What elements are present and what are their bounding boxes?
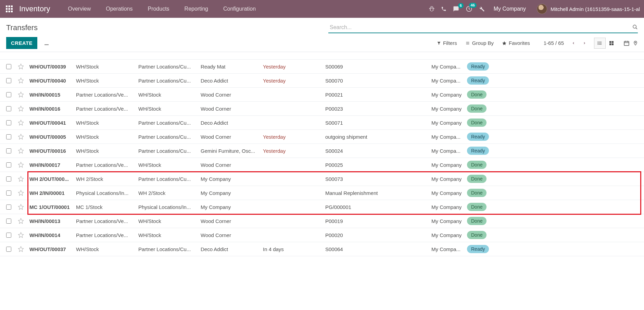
star-icon[interactable] (18, 120, 29, 126)
star-icon[interactable] (18, 246, 29, 252)
activities-icon[interactable]: 46 (466, 5, 472, 12)
menu-configuration[interactable]: Configuration (216, 0, 263, 18)
menu-operations[interactable]: Operations (98, 0, 140, 18)
table-row[interactable]: WH/OUT/00040WH/StockPartner Locations/Cu… (0, 74, 644, 88)
cell-company: My Company (431, 120, 467, 126)
svg-rect-25 (624, 41, 629, 45)
table-row[interactable]: WH/OUT/00016WH/StockPartner Locations/Cu… (0, 144, 644, 158)
row-checkbox[interactable] (6, 134, 18, 139)
table-row[interactable]: WH/IN/00017Partner Locations/Ve...WH/Sto… (0, 158, 644, 172)
star-icon[interactable] (18, 176, 29, 182)
star-icon[interactable] (18, 204, 29, 210)
cell-contact: My Company (201, 204, 263, 210)
row-checkbox[interactable] (6, 247, 18, 252)
cell-source: S00070 (325, 78, 431, 84)
phone-icon[interactable] (441, 6, 446, 12)
cell-to: Partner Locations/Cu... (138, 120, 201, 126)
create-button[interactable]: CREATE (6, 37, 37, 49)
star-icon[interactable] (18, 190, 29, 196)
menu-products[interactable]: Products (140, 0, 177, 18)
favorites-label: Favorites (509, 40, 530, 46)
row-checkbox[interactable] (6, 92, 18, 97)
row-checkbox[interactable] (6, 233, 18, 238)
table-row[interactable]: WH/OUT/00037WH/StockPartner Locations/Cu… (0, 242, 644, 256)
cell-to: Partner Locations/Cu... (138, 134, 201, 140)
row-checkbox[interactable] (6, 78, 18, 83)
svg-point-18 (598, 41, 598, 42)
table-row[interactable]: WH/IN/00013Partner Locations/Ve...WH/Sto… (0, 214, 644, 228)
cell-source: P00021 (325, 92, 431, 98)
table-row[interactable]: WH 2/OUT/000...WH 2/StockPartner Locatio… (0, 172, 644, 186)
menu-overview[interactable]: Overview (61, 0, 99, 18)
row-checkbox[interactable] (6, 176, 18, 182)
table-row[interactable]: WH 2/IN/00001Physical Locations/In...WH … (0, 186, 644, 200)
table-row[interactable]: WH/OUT/00005WH/StockPartner Locations/Cu… (0, 130, 644, 144)
company-switcher[interactable]: My Company (494, 6, 526, 12)
cell-reference: MC 1/OUT/00001 (29, 204, 76, 210)
cell-company: My Compa... (431, 134, 467, 140)
row-checkbox[interactable] (6, 120, 18, 125)
star-icon[interactable] (18, 77, 29, 84)
svg-rect-7 (9, 11, 10, 12)
cell-status: Done (467, 90, 491, 99)
activities-badge: 46 (469, 3, 477, 8)
table-row[interactable]: WH/OUT/00041WH/StockPartner Locations/Cu… (0, 116, 644, 130)
table-row[interactable]: MC 1/OUT/00001MC 1/StockPhysical Locatio… (0, 200, 644, 214)
star-icon[interactable] (18, 148, 29, 154)
row-checkbox[interactable] (6, 162, 18, 168)
search-input[interactable] (328, 22, 638, 33)
messages-icon[interactable]: 6 (453, 6, 459, 12)
cell-source: PG/000001 (325, 204, 431, 210)
table-row[interactable]: WH/IN/00014Partner Locations/Ve...WH/Sto… (0, 228, 644, 242)
cell-to: Partner Locations/Cu... (138, 64, 201, 70)
view-list[interactable] (594, 38, 606, 49)
row-checkbox[interactable] (6, 148, 18, 153)
table-row[interactable]: WH/IN/00015Partner Locations/Ve...WH/Sto… (0, 88, 644, 102)
debug-icon[interactable] (429, 6, 435, 12)
cell-from: WH/Stock (76, 78, 138, 84)
row-checkbox[interactable] (6, 190, 18, 196)
svg-rect-0 (6, 5, 8, 7)
row-checkbox[interactable] (6, 64, 18, 69)
row-checkbox[interactable] (6, 106, 18, 111)
star-icon[interactable] (18, 106, 29, 112)
svg-rect-24 (612, 43, 614, 45)
star-icon[interactable] (18, 232, 29, 238)
cell-scheduled: In 4 days (263, 246, 325, 252)
app-brand[interactable]: Inventory (19, 4, 50, 13)
pager-prev[interactable] (569, 38, 578, 48)
view-calendar[interactable] (623, 40, 630, 46)
cell-company: My Company (431, 92, 467, 98)
user-menu[interactable]: Mitchell Admin (16151359-saas-15-1-al (537, 4, 640, 14)
menu-reporting[interactable]: Reporting (177, 0, 216, 18)
table-row[interactable]: WH/IN/00016Partner Locations/Ve...WH/Sto… (0, 102, 644, 116)
user-name: Mitchell Admin (16151359-saas-15-1-al (551, 6, 640, 12)
search-icon[interactable] (632, 24, 638, 30)
view-map[interactable] (633, 40, 638, 46)
tools-icon[interactable] (479, 6, 485, 12)
cell-reference: WH/IN/00013 (29, 218, 76, 224)
row-checkbox[interactable] (6, 204, 18, 210)
cell-contact: Wood Corner (201, 106, 263, 112)
cell-reference: WH/OUT/00037 (29, 246, 76, 252)
cell-to: WH/Stock (138, 162, 201, 168)
favorites-button[interactable]: Favorites (502, 40, 530, 46)
filters-button[interactable]: Filters (437, 40, 457, 46)
star-icon[interactable] (18, 63, 29, 70)
cell-source: S00071 (325, 120, 431, 126)
pager-text[interactable]: 1-65 / 65 (544, 40, 564, 46)
top-navbar: Inventory Overview Operations Products R… (0, 0, 644, 18)
import-icon[interactable] (43, 40, 50, 46)
apps-menu-icon[interactable] (4, 4, 14, 14)
table-row[interactable]: WH/OUT/00039WH/StockPartner Locations/Cu… (0, 60, 644, 74)
star-icon[interactable] (18, 162, 29, 168)
table-row[interactable] (0, 52, 644, 60)
view-kanban[interactable] (606, 38, 617, 49)
pager-next[interactable] (580, 38, 589, 48)
star-icon[interactable] (18, 91, 29, 98)
cell-from: WH 2/Stock (76, 176, 138, 182)
star-icon[interactable] (18, 218, 29, 224)
groupby-button[interactable]: Group By (465, 40, 494, 46)
row-checkbox[interactable] (6, 219, 18, 224)
star-icon[interactable] (18, 134, 29, 140)
